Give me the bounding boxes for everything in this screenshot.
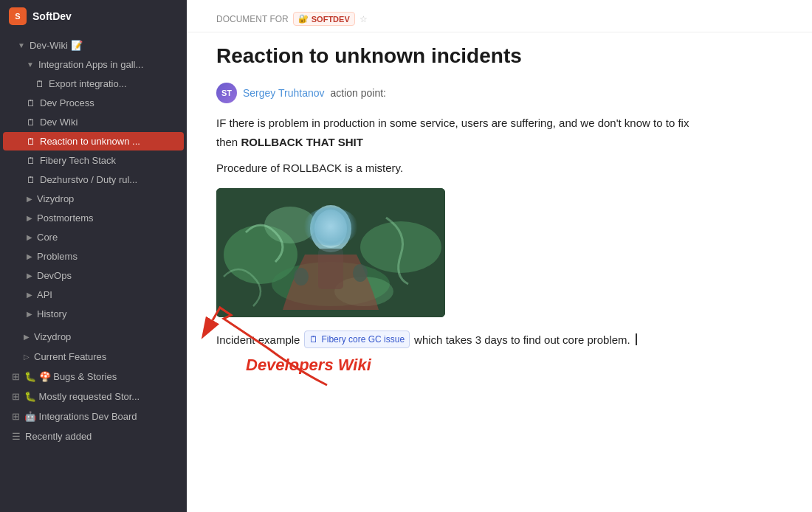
- sidebar-item-label: Fibery Tech Stack: [40, 155, 178, 166]
- sidebar-item-vizydrop-top[interactable]: Vizydrop: [3, 328, 184, 346]
- incident-prefix: Incident example: [216, 331, 300, 350]
- sidebar-item-label: Vizydrop: [37, 193, 178, 204]
- sidebar-item-dezhurstvo[interactable]: 🗒 Dezhurstvo / Duty rul...: [3, 170, 184, 189]
- chevron-right-icon: [27, 310, 32, 318]
- grid-icon: ⊞: [12, 411, 20, 422]
- doc-icon: 🗒: [35, 79, 44, 89]
- sidebar-item-label: DevOps: [37, 270, 178, 281]
- sidebar-item-label: Dezhurstvo / Duty rul...: [40, 174, 178, 185]
- sidebar-item-mostly-requested[interactable]: ⊞ 🐛 Mostly requested Stor...: [3, 387, 184, 406]
- sidebar-item-label: History: [37, 308, 178, 319]
- app-name: SoftDev: [32, 10, 72, 22]
- sidebar-section-devwiki: Dev-Wiki 📝 Integration Apps in gall... 🗒…: [0, 32, 187, 327]
- sidebar-item-label: Current Features: [34, 351, 178, 362]
- chevron-down-icon: [27, 60, 34, 69]
- author-line: ST Sergey Truhtanov action point:: [216, 83, 782, 103]
- doc-icon: 🗒: [27, 98, 35, 108]
- grid-icon: ⊞: [12, 371, 20, 382]
- sidebar-item-api[interactable]: API: [3, 286, 184, 304]
- breadcrumb-prefix: DOCUMENT FOR: [216, 14, 289, 24]
- sidebar: S SoftDev Dev-Wiki 📝 Integration Apps in…: [0, 0, 187, 512]
- sidebar-item-label: Recently added: [25, 431, 178, 442]
- sidebar-item-history[interactable]: History: [3, 305, 184, 323]
- sidebar-item-label: Vizydrop: [34, 331, 178, 342]
- app-icon: S: [9, 7, 27, 25]
- svg-point-4: [264, 207, 316, 243]
- sidebar-item-export-integration[interactable]: 🗒 Export integratio...: [3, 75, 184, 93]
- chevron-right-icon: [27, 233, 32, 241]
- sidebar-item-label: Export integratio...: [49, 78, 178, 89]
- sidebar-item-recently-added[interactable]: ☰ Recently added: [3, 427, 184, 446]
- doc-breadcrumb: DOCUMENT FOR 🔐 SOFTDEV ☆: [187, 0, 812, 32]
- svg-point-9: [294, 268, 309, 286]
- incident-line: Incident example 🗒 Fibery core GC issue …: [216, 331, 782, 350]
- main-content: DOCUMENT FOR 🔐 SOFTDEV ☆ Reaction to unk…: [187, 0, 812, 512]
- app-header[interactable]: S SoftDev: [0, 0, 187, 32]
- doc-icon: 🗒: [27, 156, 35, 166]
- sidebar-item-dev-wiki-doc[interactable]: 🗒 Dev Wiki: [3, 113, 184, 131]
- brand-label: SOFTDEV: [312, 15, 350, 24]
- fibery-badge[interactable]: 🗒 Fibery core GC issue: [304, 331, 410, 348]
- sidebar-item-bugs-stories[interactable]: ⊞ 🐛 🍄 Bugs & Stories: [3, 367, 184, 386]
- author-name: Sergey Truhtanov: [243, 87, 325, 99]
- sidebar-item-label: Core: [37, 232, 178, 243]
- sidebar-item-label: API: [37, 289, 178, 300]
- sidebar-item-label: 🐛 🍄 Bugs & Stories: [24, 371, 178, 382]
- fibery-badge-label: Fibery core GC issue: [321, 332, 405, 347]
- doc-image-svg: [216, 188, 445, 317]
- incident-suffix: which takes 3 days to find out core prob…: [414, 331, 630, 350]
- svg-point-6: [310, 205, 351, 252]
- doc-paragraph-1: IF there is problem in production in som…: [216, 114, 782, 151]
- sidebar-item-postmortems[interactable]: Postmortems: [3, 209, 184, 227]
- grid-icon: ⊞: [12, 391, 20, 402]
- sidebar-item-core[interactable]: Core: [3, 228, 184, 246]
- sidebar-item-integrations-board[interactable]: ⊞ 🤖 Integrations Dev Board: [3, 407, 184, 426]
- sidebar-item-label: Problems: [37, 251, 178, 262]
- sidebar-item-label: Reaction to unknown ...: [40, 136, 178, 147]
- brand-icon: 🔐: [298, 14, 309, 24]
- sidebar-item-reaction-unknown[interactable]: 🗒 Reaction to unknown ...: [3, 132, 184, 151]
- action-label: action point:: [331, 87, 387, 99]
- list-icon: ☰: [12, 431, 21, 442]
- sidebar-item-label: 🤖 Integrations Dev Board: [24, 411, 178, 422]
- sidebar-item-label: Dev Process: [40, 97, 178, 108]
- chevron-right-icon: [24, 333, 30, 341]
- chevron-right-icon: [27, 291, 32, 299]
- sidebar-item-label: Dev Wiki: [40, 117, 178, 128]
- document-body: ST Sergey Truhtanov action point: IF the…: [187, 83, 812, 378]
- sidebar-item-label: Integration Apps in gall...: [38, 59, 178, 70]
- document-title: Reaction to unknown incidents: [187, 32, 812, 83]
- svg-point-2: [360, 221, 441, 273]
- star-icon[interactable]: ☆: [359, 14, 368, 24]
- brand-tag[interactable]: 🔐 SOFTDEV: [293, 12, 355, 26]
- sidebar-item-vizydrop[interactable]: Vizydrop: [3, 190, 184, 208]
- svg-point-10: [353, 264, 368, 282]
- annotation-label: Developers Wiki: [246, 356, 371, 375]
- chevron-down-icon: [18, 41, 25, 49]
- sidebar-item-label: Postmortems: [37, 212, 178, 224]
- chevron-right-icon: [27, 214, 32, 222]
- chevron-right-icon: [27, 195, 32, 203]
- sidebar-item-devops[interactable]: DevOps: [3, 266, 184, 285]
- doc-icon: 🗒: [27, 117, 35, 128]
- doc-paragraph-2: Procedure of ROLLBACK is a mistery.: [216, 159, 782, 178]
- text-cursor: [636, 333, 637, 345]
- chevron-right-icon: ▷: [24, 353, 30, 361]
- doc-image-figure: [216, 188, 445, 317]
- doc-bold-text: ROLLBACK THAT SHIT: [241, 136, 363, 148]
- sidebar-item-label: Dev-Wiki 📝: [30, 40, 178, 51]
- sidebar-item-dev-process[interactable]: 🗒 Dev Process: [3, 94, 184, 112]
- doc-icon: 🗒: [27, 175, 35, 185]
- doc-icon: 🗒: [27, 136, 35, 147]
- svg-point-7: [314, 210, 347, 248]
- sidebar-item-integration-apps[interactable]: Integration Apps in gall...: [3, 55, 184, 74]
- chevron-right-icon: [27, 252, 32, 260]
- sidebar-item-current-features[interactable]: ▷ Current Features: [3, 347, 184, 366]
- fibery-icon: 🗒: [309, 332, 318, 347]
- doc-image: [216, 188, 445, 317]
- sidebar-item-fibery-tech-stack[interactable]: 🗒 Fibery Tech Stack: [3, 151, 184, 170]
- sidebar-item-label: 🐛 Mostly requested Stor...: [24, 391, 178, 402]
- sidebar-item-dev-wiki[interactable]: Dev-Wiki 📝: [3, 36, 184, 55]
- chevron-right-icon: [27, 271, 32, 280]
- sidebar-item-problems[interactable]: Problems: [3, 247, 184, 266]
